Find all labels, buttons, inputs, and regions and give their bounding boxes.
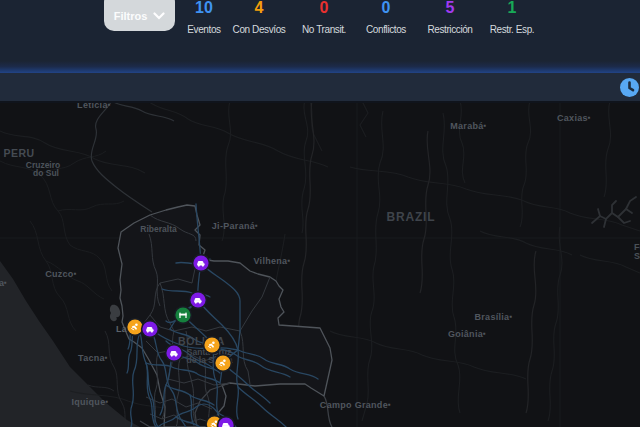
svg-text:Riberalta: Riberalta	[140, 224, 177, 234]
svg-text:PERU: PERU	[3, 147, 34, 159]
svg-text:Sa: Sa	[634, 251, 640, 261]
svg-text:BRAZIL: BRAZIL	[387, 210, 436, 224]
svg-text:Vilhena▪: Vilhena▪	[253, 256, 290, 266]
svg-text:Campo Grande▪: Campo Grande▪	[320, 400, 391, 410]
svg-text:do Sul: do Sul	[33, 168, 59, 178]
svg-text:Ji-Paraná▪: Ji-Paraná▪	[212, 221, 258, 231]
svg-text:Iquique▪: Iquique▪	[71, 397, 108, 407]
svg-text:Tacna▪: Tacna▪	[78, 353, 108, 363]
svg-text:Caxias▪: Caxias▪	[557, 113, 591, 123]
svg-text:Marabá▪: Marabá▪	[450, 121, 486, 131]
svg-text:Brasília▪: Brasília▪	[474, 312, 512, 322]
svg-text:Cuzco▪: Cuzco▪	[45, 269, 77, 279]
svg-text:a▪: a▪	[0, 278, 7, 288]
svg-text:Goiânia▪: Goiânia▪	[448, 329, 486, 339]
